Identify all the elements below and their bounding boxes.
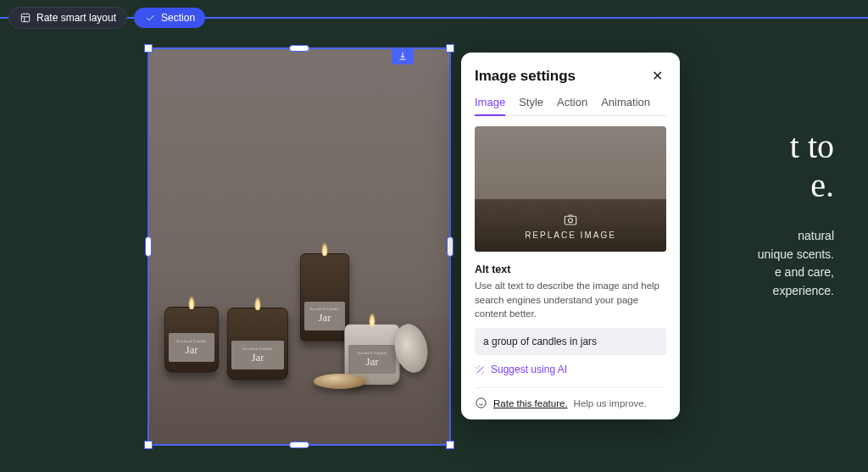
image-selection-box[interactable]: Scented CandleJar Scented CandleJar Scen… — [147, 47, 451, 446]
magic-wand-icon — [475, 364, 486, 375]
alt-text-help: Use alt text to describe the image and h… — [475, 279, 666, 321]
rate-smart-layout-button[interactable]: Rate smart layout — [8, 7, 127, 29]
panel-tabs: Image Style Action Animation — [475, 96, 666, 116]
resize-handle-bl[interactable] — [144, 441, 153, 449]
alt-text-label: Alt text — [475, 264, 666, 275]
image-settings-panel: Image settings ✕ Image Style Action Anim… — [461, 53, 680, 419]
suggest-ai-label: Suggest using AI — [491, 364, 567, 375]
resize-handle-bm[interactable] — [289, 441, 309, 448]
rate-layout-label: Rate smart layout — [36, 12, 116, 24]
smiley-icon — [475, 397, 487, 409]
rate-feature-row: Rate this feature. Help us improve. — [475, 387, 666, 409]
section-pill[interactable]: Section — [134, 8, 205, 28]
resize-handle-tl[interactable] — [144, 44, 153, 53]
resize-handle-ml[interactable] — [145, 236, 152, 257]
layout-icon — [19, 12, 31, 24]
tab-image[interactable]: Image — [475, 96, 505, 115]
suggest-ai-button[interactable]: Suggest using AI — [475, 364, 666, 375]
download-image-button[interactable] — [392, 47, 414, 64]
top-toolbar: Rate smart layout Section — [8, 7, 205, 29]
resize-handle-br[interactable] — [446, 441, 454, 449]
replace-image-button[interactable]: REPLACE IMAGE — [475, 199, 666, 252]
rate-feature-link[interactable]: Rate this feature. — [493, 398, 568, 408]
check-icon — [144, 12, 156, 24]
svg-point-3 — [476, 398, 486, 408]
tab-animation[interactable]: Animation — [601, 96, 650, 115]
svg-rect-1 — [565, 216, 576, 225]
close-icon[interactable]: ✕ — [648, 66, 666, 86]
selected-image[interactable]: Scented CandleJar Scented CandleJar Scen… — [149, 49, 449, 444]
alt-text-input[interactable] — [475, 328, 666, 355]
tab-style[interactable]: Style — [519, 96, 543, 115]
image-preview[interactable]: REPLACE IMAGE — [475, 126, 666, 252]
rate-feature-help: Help us improve. — [574, 398, 647, 408]
tab-action[interactable]: Action — [557, 96, 587, 115]
resize-handle-tr[interactable] — [446, 44, 454, 53]
camera-icon — [563, 212, 578, 227]
replace-image-label: REPLACE IMAGE — [525, 230, 616, 240]
svg-rect-0 — [21, 14, 29, 21]
resize-handle-mr[interactable] — [447, 236, 453, 257]
section-label: Section — [161, 12, 195, 24]
svg-point-2 — [569, 218, 573, 222]
panel-title: Image settings — [475, 68, 576, 85]
resize-handle-tm[interactable] — [289, 45, 309, 52]
